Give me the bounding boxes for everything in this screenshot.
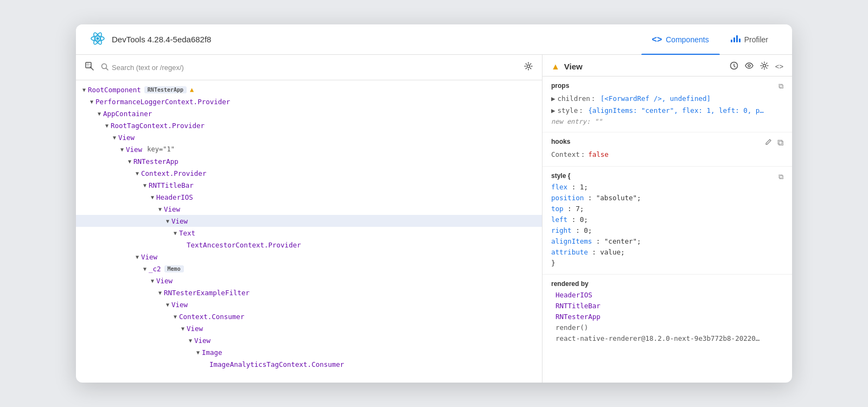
rendered-by-section: rendered by HeaderIOS RNTTitleBar RNTest…	[542, 275, 792, 349]
tree-arrow: ▼	[118, 147, 126, 152]
component-tree: ▼ RootComponent RNTesterApp ▲ ▼ Performa…	[76, 80, 542, 383]
component-name: ImageAnalyticsTagContext.Consumer	[209, 360, 344, 368]
tree-row[interactable]: ▼ View	[76, 215, 542, 227]
style-prop-top: top : 7;	[551, 204, 783, 214]
tree-arrow: ▼	[141, 182, 149, 188]
tree-row[interactable]: ▼ RootTagContext.Provider	[76, 119, 542, 131]
tree-row[interactable]: ▼ View	[76, 298, 542, 310]
component-name: TextAncestorContext.Provider	[187, 241, 301, 249]
tree-row[interactable]: ▼ View	[76, 131, 542, 143]
tree-row[interactable]: ▼ View key="1"	[76, 143, 542, 155]
tree-arrow: ▼	[164, 218, 171, 224]
component-name: Image	[202, 348, 222, 357]
timer-icon[interactable]	[730, 61, 738, 72]
tab-profiler-label: Profiler	[744, 35, 768, 44]
hook-value: false	[588, 149, 609, 160]
tab-profiler[interactable]: Profiler	[720, 24, 779, 55]
style-prop-right: right : 0;	[551, 225, 783, 236]
tree-arrow: ▼	[149, 278, 156, 284]
tree-arrow: ▼	[126, 158, 133, 164]
devtools-tabs: <> Components Profiler	[641, 24, 779, 55]
props-section: props ⧉ ▶ children : [<ForwardRef />, un…	[542, 77, 792, 132]
tree-arrow: ▼	[194, 349, 202, 355]
rendered-by-item[interactable]: RNTTitleBar	[551, 301, 783, 311]
tab-components-label: Components	[666, 35, 709, 44]
selected-component-name: View	[564, 62, 583, 71]
component-name: RootTagContext.Provider	[111, 122, 205, 130]
settings-icon[interactable]	[521, 59, 535, 75]
copy-style-button[interactable]: ⧉	[778, 173, 783, 181]
component-name: View	[141, 253, 157, 261]
rendered-by-item[interactable]: RNTesterApp	[551, 311, 783, 322]
tree-row[interactable]: ▼ Image	[76, 346, 542, 358]
rendered-by-item[interactable]: render()	[551, 322, 783, 333]
tree-arrow: ▼	[141, 266, 149, 272]
tree-row[interactable]: ▼ View	[76, 251, 542, 263]
copy-props-button[interactable]: ⧉	[778, 82, 783, 91]
left-panel: ▼ RootComponent RNTesterApp ▲ ▼ Performa…	[76, 55, 542, 383]
tree-row[interactable]: ▼ View	[76, 275, 542, 287]
react-logo	[89, 30, 106, 49]
prop-expand-icon[interactable]: ▶	[551, 105, 556, 116]
tree-row[interactable]: ▼ PerformanceLoggerContext.Provider	[76, 96, 542, 107]
rendered-by-item[interactable]: HeaderIOS	[551, 290, 783, 301]
tree-arrow: ▼	[103, 123, 111, 129]
prop-value: {alignItems: "center", flex: 1, left: 0,…	[584, 105, 764, 116]
component-name: _c2	[149, 265, 161, 273]
tree-arrow: ▼	[133, 170, 141, 176]
tree-row[interactable]: ▼ RNTesterApp	[76, 155, 542, 167]
code-angle-icon[interactable]: <>	[775, 62, 783, 71]
tree-arrow: ▼	[133, 254, 141, 260]
tree-row[interactable]: ▼ Text	[76, 227, 542, 239]
tree-row[interactable]: ▼ HeaderIOS	[76, 191, 542, 203]
style-key: attribute	[551, 248, 588, 256]
search-input[interactable]	[112, 63, 517, 72]
component-name: PerformanceLoggerContext.Provider	[95, 98, 230, 106]
tree-row[interactable]: ▼ View	[76, 322, 542, 334]
tree-arrow: ▼	[171, 314, 179, 320]
component-name: RNTTitleBar	[149, 181, 194, 189]
tree-row[interactable]: ▼ Context.Provider	[76, 167, 542, 179]
component-name: View	[171, 301, 188, 309]
new-entry-field[interactable]: new entry: ""	[551, 117, 783, 126]
right-panel-header: ▲ View	[542, 55, 792, 77]
tree-row[interactable]: ImageAnalyticsTagContext.Consumer	[76, 358, 542, 370]
tree-arrow	[179, 242, 187, 248]
component-name: RootComponent	[88, 86, 141, 94]
component-name: View	[156, 277, 173, 285]
tree-row[interactable]: ▼ RNTesterExampleFilter	[76, 287, 542, 298]
tree-arrow: ▼	[95, 111, 103, 117]
edit-hook-icon[interactable]	[765, 138, 772, 148]
devtools-title: DevTools 4.28.4-5eda682f8	[112, 35, 211, 44]
tree-row[interactable]: ▼ _c2 Memo	[76, 263, 542, 275]
tree-row[interactable]: ▼ RNTTitleBar	[76, 179, 542, 191]
tree-row[interactable]: ▼ RootComponent RNTesterApp ▲	[76, 84, 542, 96]
devtools-window: DevTools 4.28.4-5eda682f8 <> Components …	[76, 24, 792, 383]
tab-components[interactable]: <> Components	[641, 24, 720, 55]
style-section: style { ⧉ flex : 1; position : "absolute…	[542, 167, 792, 275]
component-name: AppContainer	[103, 110, 152, 118]
component-name: View	[126, 145, 142, 154]
warning-icon: ▲	[190, 86, 194, 93]
inspect-icon[interactable]	[82, 59, 97, 75]
style-val: : value;	[592, 248, 624, 256]
tree-row[interactable]: ▼ View	[76, 334, 542, 346]
prop-expand-icon[interactable]: ▶	[551, 93, 556, 104]
copy-hook-icon[interactable]: ⧉	[777, 138, 783, 148]
component-name: Text	[179, 229, 195, 237]
tree-row[interactable]: ▼ Context.Consumer	[76, 310, 542, 322]
style-key: top	[551, 205, 564, 213]
svg-point-9	[763, 65, 765, 67]
component-name: View	[187, 325, 203, 333]
eye-icon[interactable]	[745, 61, 754, 72]
tree-arrow	[202, 361, 209, 367]
tree-row[interactable]: TextAncestorContext.Provider	[76, 239, 542, 251]
tree-row[interactable]: ▼ AppContainer	[76, 107, 542, 119]
search-input-wrap	[101, 63, 517, 72]
gear-icon[interactable]	[760, 61, 769, 72]
tree-row[interactable]: ▼ View	[76, 203, 542, 215]
component-name: View	[194, 336, 210, 345]
style-val: : "absolute";	[588, 194, 641, 202]
devtools-header: DevTools 4.28.4-5eda682f8 <> Components …	[76, 24, 792, 55]
components-tab-icon: <>	[652, 35, 662, 44]
